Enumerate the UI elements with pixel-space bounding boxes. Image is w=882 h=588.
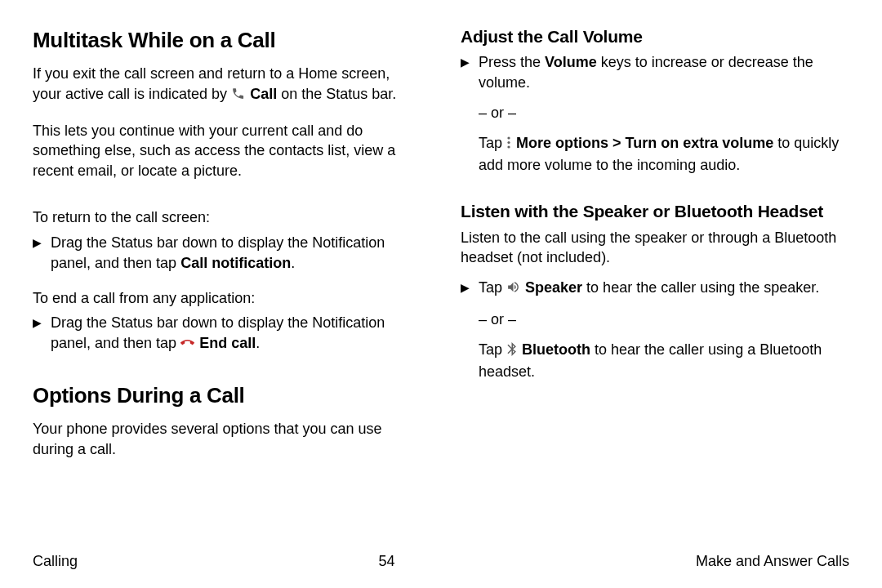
bullet-text: Tap Speaker to hear the caller using the… — [479, 278, 849, 300]
svg-point-2 — [507, 145, 510, 148]
or-separator: – or – — [461, 103, 849, 123]
phone-call-icon — [231, 86, 245, 106]
bullet-text: Drag the Status bar down to display the … — [51, 313, 421, 355]
text: . — [256, 335, 260, 351]
paragraph: Your phone provides several options that… — [33, 419, 421, 460]
end-call-icon — [180, 335, 194, 355]
triangle-bullet-icon: ▶ — [461, 278, 479, 300]
paragraph: If you exit the call screen and return t… — [33, 64, 421, 106]
paragraph: To end a call from any application: — [33, 288, 421, 309]
bold-text: Speaker — [525, 279, 582, 296]
spacer — [33, 196, 421, 207]
text: Tap — [479, 135, 506, 151]
bold-text: Volume — [545, 54, 597, 70]
footer-section: Make and Answer Calls — [696, 553, 849, 570]
triangle-bullet-icon: ▶ — [461, 52, 479, 93]
spacer — [33, 370, 421, 381]
paragraph: This lets you continue with your current… — [33, 121, 421, 181]
bullet-text: Drag the Status bar down to display the … — [51, 233, 421, 274]
spacer — [461, 189, 849, 201]
subheading-volume: Adjust the Call Volume — [461, 26, 849, 47]
triangle-bullet-icon: ▶ — [33, 313, 51, 355]
bullet-item: ▶ Drag the Status bar down to display th… — [33, 233, 421, 274]
text: to hear the caller using the speaker. — [582, 279, 819, 296]
continuation-paragraph: Tap More options > Turn on extra volume … — [461, 133, 849, 176]
bluetooth-icon — [506, 341, 517, 362]
text: Tap — [479, 279, 506, 296]
text: Tap — [479, 341, 506, 358]
manual-page: Multitask While on a Call If you exit th… — [0, 0, 882, 588]
subheading-speaker: Listen with the Speaker or Bluetooth Hea… — [461, 201, 849, 222]
bold-text: End call — [199, 335, 256, 351]
paragraph: To return to the call screen: — [33, 207, 421, 228]
right-column: Adjust the Call Volume ▶ Press the Volum… — [461, 26, 849, 541]
text: on the Status bar. — [277, 86, 396, 102]
heading-multitask: Multitask While on a Call — [33, 26, 421, 56]
text: . — [291, 255, 295, 271]
continuation-paragraph: Tap Bluetooth to hear the caller using a… — [461, 340, 849, 382]
two-column-layout: Multitask While on a Call If you exit th… — [33, 26, 849, 541]
bullet-item: ▶ Press the Volume keys to increase or d… — [461, 52, 849, 93]
speaker-icon — [506, 279, 520, 300]
left-column: Multitask While on a Call If you exit th… — [33, 26, 421, 541]
or-separator: – or – — [461, 310, 849, 330]
footer-chapter: Calling — [33, 553, 78, 570]
triangle-bullet-icon: ▶ — [33, 233, 51, 274]
bullet-item: ▶ Drag the Status bar down to display th… — [33, 313, 421, 355]
svg-point-1 — [507, 141, 510, 144]
paragraph: Listen to the call using the speaker or … — [461, 228, 849, 269]
svg-point-0 — [507, 136, 510, 139]
heading-options: Options During a Call — [33, 381, 421, 411]
footer-page-number: 54 — [378, 553, 394, 570]
more-options-icon — [506, 135, 511, 155]
page-footer: Calling 54 Make and Answer Calls — [33, 553, 849, 570]
bold-text: Bluetooth — [522, 341, 590, 358]
text: Press the — [479, 54, 545, 70]
bold-text: More options > Turn on extra volume — [516, 135, 773, 151]
bullet-item: ▶ Tap Speaker to hear the caller using t… — [461, 278, 849, 300]
bold-text: Call notification — [180, 255, 291, 271]
bullet-text: Press the Volume keys to increase or dec… — [479, 52, 849, 93]
bold-text: Call — [250, 86, 277, 102]
